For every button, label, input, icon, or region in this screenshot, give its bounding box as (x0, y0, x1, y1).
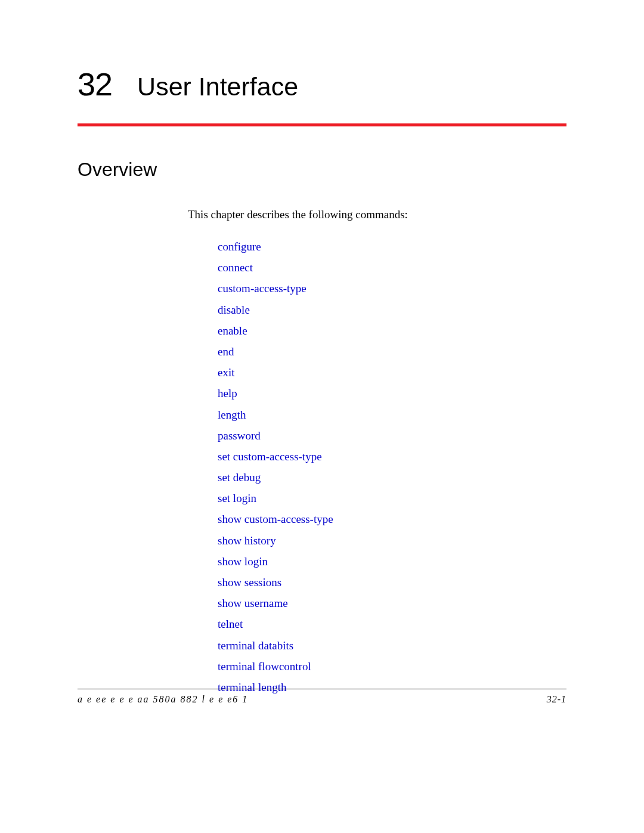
list-item: length (218, 408, 566, 422)
page-container: 32 User Interface Overview This chapter … (0, 0, 644, 694)
command-link-length[interactable]: length (218, 408, 246, 421)
list-item: connect (218, 261, 566, 274)
list-item: custom-access-type (218, 282, 566, 295)
command-link-custom-access-type[interactable]: custom-access-type (218, 282, 306, 295)
list-item: disable (218, 304, 566, 317)
page-footer: a e ee e e e aa 580a 882 l e e e6 1 32-1 (78, 689, 566, 705)
command-link-set-debug[interactable]: set debug (218, 471, 261, 484)
intro-text: This chapter describes the following com… (188, 208, 566, 221)
command-link-end[interactable]: end (218, 345, 234, 358)
command-link-password[interactable]: password (218, 429, 261, 442)
list-item: configure (218, 240, 566, 253)
command-link-help[interactable]: help (218, 387, 237, 400)
command-link-terminal-flowcontrol[interactable]: terminal flowcontrol (218, 660, 311, 673)
list-item: terminal databits (218, 639, 566, 652)
list-item: password (218, 429, 566, 442)
list-item: set login (218, 492, 566, 505)
list-item: show sessions (218, 576, 566, 589)
list-item: terminal flowcontrol (218, 660, 566, 673)
command-link-telnet[interactable]: telnet (218, 618, 243, 630)
list-item: set custom-access-type (218, 450, 566, 463)
command-link-configure[interactable]: configure (218, 240, 261, 253)
command-link-show-sessions[interactable]: show sessions (218, 576, 281, 589)
list-item: show custom-access-type (218, 513, 566, 526)
command-link-exit[interactable]: exit (218, 366, 235, 379)
divider-red (78, 123, 566, 126)
command-link-set-login[interactable]: set login (218, 492, 256, 504)
command-link-terminal-databits[interactable]: terminal databits (218, 639, 293, 652)
command-link-disable[interactable]: disable (218, 304, 250, 316)
list-item: show history (218, 534, 566, 547)
list-item: exit (218, 366, 566, 379)
chapter-title: User Interface (137, 72, 298, 101)
section-heading: Overview (78, 159, 566, 181)
footer-left: a e ee e e e aa 580a 882 l e e e6 1 (78, 694, 248, 705)
chapter-number: 32 (78, 66, 112, 103)
command-link-set-custom-access-type[interactable]: set custom-access-type (218, 450, 322, 463)
command-link-show-history[interactable]: show history (218, 534, 276, 547)
list-item: enable (218, 324, 566, 337)
chapter-header: 32 User Interface (78, 66, 566, 103)
list-item: set debug (218, 471, 566, 484)
command-list: configure connect custom-access-type dis… (78, 240, 566, 694)
list-item: show login (218, 555, 566, 568)
list-item: telnet (218, 618, 566, 631)
command-link-show-login[interactable]: show login (218, 555, 268, 568)
list-item: end (218, 345, 566, 358)
command-link-show-custom-access-type[interactable]: show custom-access-type (218, 513, 333, 525)
footer-page-number: 32-1 (547, 694, 566, 705)
list-item: show username (218, 597, 566, 610)
command-link-show-username[interactable]: show username (218, 597, 288, 609)
command-link-connect[interactable]: connect (218, 261, 253, 274)
command-link-enable[interactable]: enable (218, 324, 247, 337)
list-item: help (218, 387, 566, 400)
